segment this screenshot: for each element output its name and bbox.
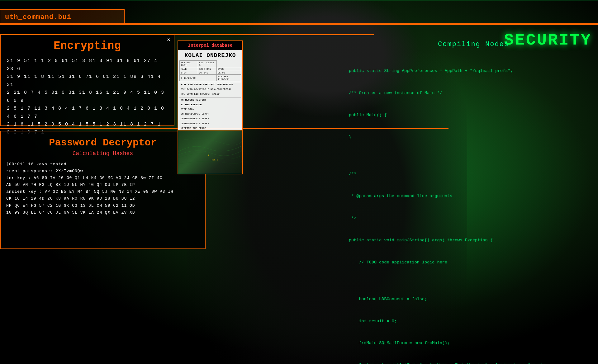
decrypt-subtitle: Calculating Hashes bbox=[1, 150, 205, 157]
decrypt-panel: × Password Decryptor Calculating Hashes … bbox=[0, 131, 206, 249]
encrypting-panel: × Encrypting 31 9 51 1 1 2 0 61 51 3 81 … bbox=[0, 34, 174, 126]
interpol-info-1: 05/17/90 05/17/00 C NON-COMMERCIAL bbox=[179, 87, 241, 92]
decrypt-line-7: CK 1C E4 29 4D 26 K8 9A R0 R8 9K 98 28 D… bbox=[6, 195, 199, 202]
decrypt-title: Password Decryptor bbox=[1, 131, 205, 150]
code-line-13: frmMain SQLMailForm = new frmMain(); bbox=[349, 339, 598, 347]
violation-1: STOP SIGN bbox=[179, 107, 241, 111]
eyes-cell: EYES bbox=[216, 67, 241, 71]
interpol-table: FEB 09, 1971 LIC. CLASS C MALE HAIR BRN … bbox=[179, 60, 241, 81]
compiling-title: Compiling Nodes bbox=[349, 40, 598, 48]
code-line-3: } bbox=[349, 134, 598, 141]
interpol-name: KOLAI ONDREJKO bbox=[178, 50, 242, 60]
code-line-8: public static void main(String[] args) t… bbox=[349, 237, 598, 244]
date-issued-cell: D 11/28/09 bbox=[180, 75, 217, 81]
table-row: MALE HAIR BRN EYES bbox=[180, 67, 241, 71]
decrypt-content: [00:01] 16 keys tested rrent passphrase:… bbox=[1, 160, 205, 217]
code-line-14: System.out.println("\r\n" + AppName + "\… bbox=[349, 362, 598, 364]
code-line-9: // TODO code application logic here bbox=[349, 259, 598, 266]
decrypt-line-8: NP QC E4 FG 57 C2 1G GK C3 13 6L CH 59 C… bbox=[6, 202, 199, 209]
encrypting-close-button[interactable]: × bbox=[167, 37, 170, 43]
encrypting-numbers: 31 9 51 1 1 2 0 61 51 3 81 3 91 31 8 61 … bbox=[1, 55, 174, 138]
dl-cell: DL #0 bbox=[216, 71, 241, 75]
svg-text:SM-2: SM-2 bbox=[212, 159, 218, 162]
hair-cell: HAIR BRN bbox=[198, 67, 217, 71]
code-block: public static String AppPreferences = Ap… bbox=[349, 53, 598, 364]
encrypting-title: Encrypting bbox=[1, 35, 174, 55]
violation-4: OMPH&UNDER/35-55MPH bbox=[179, 121, 241, 126]
interpol-map: ★ SM-2 bbox=[178, 130, 242, 174]
decrypt-line-6: ansient key : VP 3C B5 EY M4 B4 5Q 5J N0… bbox=[6, 188, 199, 195]
height-cell: 6'0" bbox=[180, 71, 198, 75]
table-row: D 11/28/09 EXPIRES 11/06/11 bbox=[180, 75, 241, 81]
code-line-6: * @param args the command line arguments bbox=[349, 192, 598, 200]
interpol-description-label: EI DESCRIPTION bbox=[179, 102, 241, 107]
encrypt-line-4: 2 5 1 7 11 3 4 8 4 1 7 6 1 3 4 1 0 4 1 2… bbox=[7, 105, 168, 121]
violation-3: OMPH&UNDER/35-55MPH bbox=[179, 116, 241, 121]
code-line-5: /** bbox=[349, 170, 598, 178]
decrypt-line-1: rrent passphrase: 2XzIvmONQw bbox=[6, 168, 199, 175]
interpol-misc-label: MISC AND STATE SPECIFIC INFORMATION bbox=[179, 82, 241, 87]
code-line-0: public static String AppPreferences = Ap… bbox=[349, 67, 598, 75]
dob-cell: FEB 09, 1971 bbox=[180, 61, 198, 67]
interpol-panel: Interpol database KOLAI ONDREJKO FEB 09,… bbox=[178, 40, 243, 174]
encrypt-line-2: 31 9 11 1 8 11 51 31 6 71 6 61 21 1 88 3… bbox=[7, 73, 168, 89]
record-history-label: NG RECORD HISTORY bbox=[179, 97, 241, 102]
table-row: 6'0" WT 345 DL #0 bbox=[180, 71, 241, 75]
code-line-2: public Main() { bbox=[349, 111, 598, 119]
code-panel: Compiling Nodes public static String App… bbox=[349, 40, 598, 364]
decrypt-line-3: ter key : A6 80 IV 2G G0 Q1 L4 K4 G0 MC … bbox=[6, 175, 199, 182]
command-text: uth_command.bui bbox=[5, 13, 71, 21]
violation-2: OMPH&UNDER/35-55MPH bbox=[179, 111, 241, 116]
scan-line bbox=[0, 0, 598, 1]
gender-cell: MALE bbox=[180, 67, 198, 71]
decrypt-line-9: 1G 99 3Q LI G7 C6 JL GA 5L VK LA 2M QX E… bbox=[6, 209, 199, 216]
table-row: FEB 09, 1971 LIC. CLASS C bbox=[180, 61, 241, 67]
code-line-11: boolean bDBConnect = false; bbox=[349, 295, 598, 303]
lic-cell: LIC. CLASS C bbox=[198, 61, 217, 67]
code-line-12: int result = 0; bbox=[349, 318, 598, 325]
code-line-1: /** Creates a new instance of Main */ bbox=[349, 89, 598, 97]
command-bar: uth_command.bui bbox=[0, 9, 125, 25]
interpol-info-2: NON-COMM LIC STATUS: VALID bbox=[179, 92, 241, 96]
decrypt-line-0: [00:01] 16 keys tested bbox=[6, 161, 199, 168]
weight-cell: WT 345 bbox=[198, 71, 217, 75]
encrypt-line-3: 2 21 8 7 4 5 01 0 31 31 8 16 1 21 9 4 5 … bbox=[7, 89, 168, 105]
violation-5: KEEPING THE PEACE bbox=[179, 126, 241, 130]
code-line-7: */ bbox=[349, 215, 598, 222]
encrypt-line-1: 31 9 51 1 1 2 0 61 51 3 81 3 91 31 8 61 … bbox=[7, 57, 168, 73]
svg-text:★: ★ bbox=[207, 153, 210, 158]
date-expires-cell: EXPIRES 11/06/11 bbox=[216, 75, 241, 81]
interpol-title: Interpol database bbox=[178, 41, 242, 50]
decrypt-line-4: A5 5U VN 7H R3 LQ B8 1J NL MY 4G Q4 OU L… bbox=[6, 182, 199, 188]
